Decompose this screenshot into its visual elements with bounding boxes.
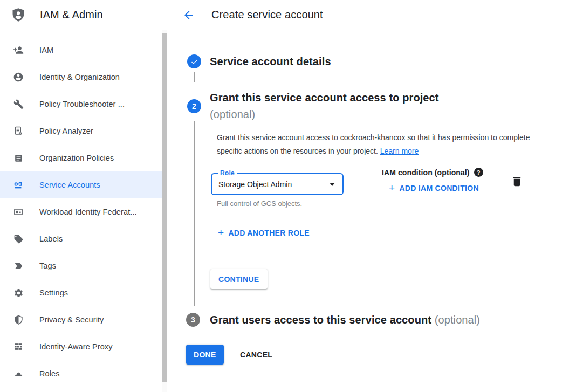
sidebar-item-label: Identity-Aware Proxy xyxy=(39,342,113,351)
step2-heading: Grant this service account access to pro… xyxy=(210,90,439,123)
sidebar-item-policy-analyzer[interactable]: Policy Analyzer xyxy=(0,118,162,145)
sidebar-item-label: Identity & Organization xyxy=(39,73,120,81)
sidebar-item-organization-policies[interactable]: Organization Policies xyxy=(0,145,162,171)
back-arrow-icon[interactable] xyxy=(182,9,195,22)
cancel-button[interactable]: CANCEL xyxy=(231,345,281,365)
iam-condition-label: IAM condition (optional) xyxy=(382,168,470,177)
step2-title: Grant this service account access to pro… xyxy=(210,90,439,106)
org-policies-icon xyxy=(13,153,24,163)
shield-half-icon xyxy=(13,314,24,325)
product-title: IAM & Admin xyxy=(40,9,103,21)
step1-title: Service account details xyxy=(210,53,331,70)
help-icon[interactable]: ? xyxy=(474,168,483,177)
sidebar-scrollbar-thumb[interactable] xyxy=(162,33,167,382)
step3-number-badge: 3 xyxy=(186,313,200,327)
step3-heading: Grant users access to this service accou… xyxy=(210,312,480,328)
add-iam-condition-label: ADD IAM CONDITION xyxy=(399,184,478,192)
iam-admin-shield-icon xyxy=(11,6,26,24)
tag-arrow-icon xyxy=(13,260,24,271)
sidebar-item-label: IAM xyxy=(39,46,53,54)
wrench-icon xyxy=(13,99,24,109)
role-selected-value: Storage Object Admin xyxy=(218,180,330,189)
sidebar-item-label: Policy Troubleshooter ... xyxy=(39,100,125,108)
sidebar-item-label: Service Accounts xyxy=(39,181,100,189)
step3-optional-label: (optional) xyxy=(435,314,480,326)
step2-number: 2 xyxy=(192,102,196,111)
sidebar-item-settings[interactable]: Settings xyxy=(0,279,162,306)
step2-description-text: Grant this service account access to coc… xyxy=(217,133,530,155)
firewall-icon xyxy=(13,341,24,352)
step-connector-line xyxy=(194,72,195,82)
service-account-key-icon xyxy=(13,180,24,190)
role-select[interactable]: Role Storage Object Admin xyxy=(211,173,344,195)
sidebar-item-label: Labels xyxy=(39,235,63,243)
sidebar-item-identity-aware-proxy[interactable]: Identity-Aware Proxy xyxy=(0,333,162,360)
sidebar-item-privacy-security[interactable]: Privacy & Security xyxy=(0,306,162,333)
step1-completed-check-icon xyxy=(187,54,201,68)
policy-analyzer-icon xyxy=(13,126,24,136)
sidebar-item-service-accounts[interactable]: Service Accounts xyxy=(0,171,162,198)
step-connector-line xyxy=(194,121,195,306)
sidebar-item-label: Policy Analyzer xyxy=(39,127,93,135)
learn-more-link[interactable]: Learn more xyxy=(380,147,419,155)
sidebar-scrollbar-track[interactable] xyxy=(162,30,167,392)
hat-icon xyxy=(13,368,24,379)
sidebar-item-label: Roles xyxy=(39,369,60,378)
workload-identity-icon xyxy=(13,207,24,217)
role-field-label: Role xyxy=(218,169,237,177)
sidebar-item-policy-troubleshooter[interactable]: Policy Troubleshooter ... xyxy=(0,91,162,118)
add-another-role-label: ADD ANOTHER ROLE xyxy=(228,229,310,237)
label-tag-icon xyxy=(13,233,24,244)
plus-icon: + xyxy=(389,184,395,192)
role-helper-text: Full control of GCS objects. xyxy=(217,200,302,208)
sidebar: IAM & Admin IAM Identity & Organization xyxy=(0,0,162,392)
sidebar-header: IAM & Admin xyxy=(0,0,162,30)
main-panel: Create service account Service account d… xyxy=(168,0,583,392)
gear-icon xyxy=(13,287,24,298)
iam-condition-header: IAM condition (optional) ? xyxy=(382,168,483,177)
plus-icon: + xyxy=(218,229,224,237)
sidebar-nav: IAM Identity & Organization Policy Troub… xyxy=(0,30,162,387)
add-another-role-button[interactable]: + ADD ANOTHER ROLE xyxy=(218,229,310,237)
step2-number-badge: 2 xyxy=(187,99,201,113)
continue-button[interactable]: CONTINUE xyxy=(210,269,268,289)
page-title: Create service account xyxy=(211,9,323,21)
person-add-icon xyxy=(13,45,24,56)
sidebar-item-workload-identity-federation[interactable]: Workload Identity Federat... xyxy=(0,198,162,225)
sidebar-item-roles[interactable]: Roles xyxy=(0,360,162,387)
sidebar-item-iam[interactable]: IAM xyxy=(0,37,162,64)
sidebar-item-label: Tags xyxy=(39,262,56,270)
sidebar-item-labels[interactable]: Labels xyxy=(0,225,162,252)
sidebar-item-identity-organization[interactable]: Identity & Organization xyxy=(0,64,162,91)
sidebar-item-label: Settings xyxy=(39,288,68,297)
sidebar-item-label: Organization Policies xyxy=(39,154,114,162)
sidebar-item-label: Privacy & Security xyxy=(39,315,104,324)
done-button[interactable]: DONE xyxy=(186,345,224,365)
sidebar-item-label: Workload Identity Federat... xyxy=(39,208,137,216)
page-header: Create service account xyxy=(168,0,583,30)
add-iam-condition-button[interactable]: + ADD IAM CONDITION xyxy=(389,184,479,192)
account-circle-icon xyxy=(13,72,24,82)
delete-role-trash-icon[interactable] xyxy=(511,175,524,188)
step3-title: Grant users access to this service accou… xyxy=(210,314,431,326)
chevron-down-icon xyxy=(330,183,335,186)
sidebar-item-tags[interactable]: Tags xyxy=(0,252,162,279)
step3-number: 3 xyxy=(191,315,195,324)
step2-optional-label: (optional) xyxy=(210,106,439,123)
step2-description: Grant this service account access to coc… xyxy=(217,131,532,158)
gcp-console-window: IAM & Admin IAM Identity & Organization xyxy=(0,0,583,392)
